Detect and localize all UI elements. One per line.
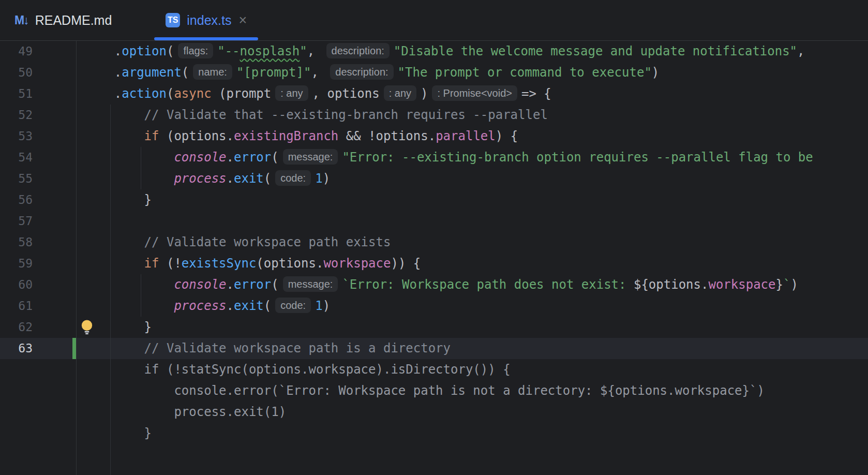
code-token: ( <box>271 150 278 165</box>
active-tab-underline <box>154 37 258 40</box>
code-token: } <box>84 426 152 440</box>
code-token: console <box>174 150 226 165</box>
code-line[interactable]: 57 <box>0 211 868 232</box>
line-number[interactable]: 63 <box>0 338 33 359</box>
code-line[interactable]: 56 } <box>0 189 868 211</box>
inlay-hint: : any <box>275 85 308 101</box>
code-token: async <box>174 86 211 101</box>
inlay-hint: description: <box>326 43 390 58</box>
code-token <box>84 256 144 271</box>
line-number[interactable]: 53 <box>0 126 33 147</box>
inlay-hint: flags: <box>178 43 213 58</box>
inlay-hint: message: <box>283 276 338 292</box>
code-token: console.error(`Error: Workspace path is … <box>84 383 765 398</box>
code-token <box>84 171 174 186</box>
code-token: . <box>84 44 122 58</box>
code-token: 1 <box>315 171 322 186</box>
line-number[interactable]: 61 <box>0 295 33 317</box>
code-line[interactable]: 51 .action(async (prompt: any, options: … <box>0 83 868 105</box>
code-token: ( <box>271 277 278 292</box>
code-token: , options <box>312 86 380 101</box>
code-text: .action(async (prompt: any, options: any… <box>84 83 551 105</box>
line-number[interactable]: 57 <box>0 211 33 232</box>
inlay-hint: : any <box>384 85 416 101</box>
inlay-hint: : Promise<void> <box>432 85 517 101</box>
line-number[interactable]: 59 <box>0 253 33 274</box>
line-number[interactable]: 62 <box>0 317 33 338</box>
code-token: exit <box>234 299 264 313</box>
code-token: process.exit(1) <box>84 405 286 419</box>
line-number[interactable]: 56 <box>0 189 33 211</box>
code-text: .option(flags:"--nosplash", description:… <box>84 41 805 62</box>
code-token: ) <box>790 277 798 292</box>
code-line[interactable]: 55 process.exit(code:1) <box>0 168 868 189</box>
change-marker-added <box>72 338 77 359</box>
code-token: ) <box>323 171 330 186</box>
code-token: (! <box>159 256 182 271</box>
code-line[interactable]: 52 // Validate that --existing-branch re… <box>0 105 868 126</box>
code-line[interactable]: 62 } <box>0 317 868 338</box>
code-text: process.exit(1) <box>84 402 286 423</box>
code-line[interactable]: 54 console.error(message:"Error: --exist… <box>0 147 868 168</box>
code-line[interactable]: 49 .option(flags:"--nosplash", descripti… <box>0 41 868 62</box>
code-token: action <box>122 86 167 101</box>
code-token: } <box>84 192 152 207</box>
code-line[interactable]: 63 // Validate workspace path is a direc… <box>0 338 868 359</box>
code-line[interactable]: 61 process.exit(code:1) <box>0 295 868 317</box>
ghost-code-line[interactable]: process.exit(1) <box>0 402 868 423</box>
editor-pane[interactable]: 49 .option(flags:"--nosplash", descripti… <box>0 41 868 475</box>
inlay-hint: description: <box>330 64 393 80</box>
code-token: existsSync <box>182 256 257 271</box>
line-number[interactable]: 50 <box>0 62 33 83</box>
close-icon[interactable]: × <box>238 13 247 27</box>
code-text: if (options.existingBranch && !options.p… <box>84 126 518 147</box>
line-number[interactable]: 60 <box>0 274 33 295</box>
line-number[interactable]: 49 <box>0 41 33 62</box>
code-token: (options. <box>256 256 323 271</box>
code-token: && !options. <box>338 129 436 143</box>
code-token: process <box>174 299 226 313</box>
code-line[interactable]: 60 console.error(message:`Error: Workspa… <box>0 274 868 295</box>
ghost-code-line[interactable]: if (!statSync(options.workspace).isDirec… <box>0 359 868 380</box>
tab-readme[interactable]: M↓ README.md <box>1 0 125 40</box>
code-token: parallel <box>436 129 496 143</box>
typescript-icon: TS <box>166 13 180 27</box>
code-token: , <box>307 44 322 58</box>
code-token: ) { <box>496 129 518 143</box>
code-text: } <box>84 189 152 211</box>
code-token: => { <box>521 86 551 101</box>
editor-tab-bar: M↓ README.md TS index.ts × <box>0 0 868 41</box>
code-text: console.error(message:"Error: --existing… <box>84 147 813 168</box>
code-token: // Validate workspace path exists <box>84 235 391 249</box>
code-token: exit <box>234 171 264 186</box>
inlay-hint: code: <box>275 298 311 313</box>
code-token: "-- <box>217 44 240 58</box>
line-number[interactable]: 52 <box>0 105 33 126</box>
code-line[interactable]: 58 // Validate workspace path exists <box>0 232 868 253</box>
code-line[interactable]: 50 .argument(name:"[prompt]", descriptio… <box>0 62 868 83</box>
code-token: error <box>234 277 271 292</box>
code-token: error <box>234 150 271 165</box>
code-token: (prompt <box>212 86 272 101</box>
code-token: )) { <box>391 256 421 271</box>
code-token: existingBranch <box>234 129 338 143</box>
code-token: if <box>144 256 159 271</box>
code-token: . <box>84 65 122 80</box>
line-number[interactable]: 51 <box>0 83 33 105</box>
code-text: .argument(name:"[prompt]", description:"… <box>84 62 659 83</box>
code-token <box>84 299 174 313</box>
tab-index-ts-label: index.ts <box>187 13 231 28</box>
code-token: workspace <box>323 256 391 271</box>
code-token: "[prompt]" <box>236 65 311 80</box>
line-number[interactable]: 55 <box>0 168 33 189</box>
line-number[interactable]: 54 <box>0 147 33 168</box>
ghost-code-line[interactable]: } <box>0 423 868 444</box>
code-token: ${options. <box>634 277 709 292</box>
ghost-code-line[interactable]: console.error(`Error: Workspace path is … <box>0 380 868 402</box>
code-line[interactable]: 53 if (options.existingBranch && !option… <box>0 126 868 147</box>
code-token: // Validate workspace path is a director… <box>84 341 451 355</box>
line-number[interactable]: 58 <box>0 232 33 253</box>
markdown-icon: M↓ <box>14 13 28 27</box>
tab-index-ts[interactable]: TS index.ts × <box>154 0 258 40</box>
code-line[interactable]: 59 if (!existsSync(options.workspace)) { <box>0 253 868 274</box>
